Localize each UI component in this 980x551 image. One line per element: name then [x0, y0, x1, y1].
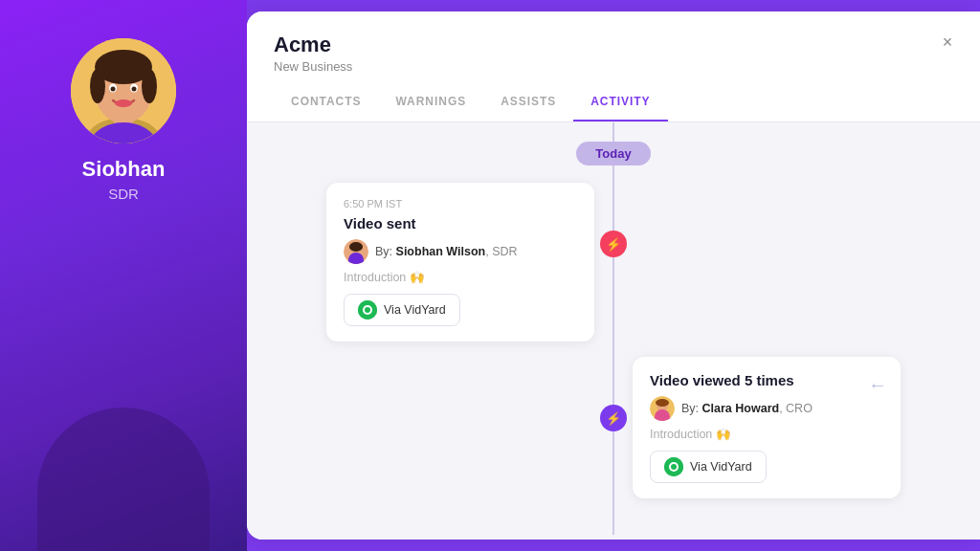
- svg-point-9: [111, 87, 116, 92]
- timeline: Today 6:50 PM IST Video sent: [247, 122, 980, 535]
- panel-header: × Acme New Business CONTACTS WARNINGS AS…: [247, 11, 980, 122]
- by-name-1: Siobhan Wilson: [396, 245, 486, 258]
- node-icon-1: ⚡: [606, 237, 621, 252]
- by-name-2: Clara Howard: [702, 402, 780, 415]
- event-row-1: 6:50 PM IST Video sent: [247, 183, 980, 342]
- svg-point-6: [142, 69, 157, 103]
- vidyard-btn-2[interactable]: Via VidYard: [650, 451, 767, 483]
- event-by-2: By: Clara Howard, CRO: [650, 396, 883, 421]
- tab-contacts[interactable]: CONTACTS: [274, 87, 378, 121]
- vidyard-label-2: Via VidYard: [690, 460, 752, 474]
- event-card-sent: 6:50 PM IST Video sent: [326, 183, 594, 342]
- today-badge: Today: [576, 142, 650, 165]
- vidyard-btn-1[interactable]: Via VidYard: [344, 294, 460, 326]
- svg-point-10: [132, 87, 137, 92]
- panel-subtitle: New Business: [274, 59, 953, 74]
- by-role-2: CRO: [786, 402, 813, 415]
- tab-assists[interactable]: ASSISTS: [483, 87, 573, 121]
- svg-point-11: [115, 99, 132, 107]
- by-avatar-clara: [650, 396, 675, 421]
- sidebar: Siobhan SDR: [0, 0, 247, 551]
- tab-warnings[interactable]: WARNINGS: [378, 87, 483, 121]
- svg-point-18: [365, 307, 370, 313]
- event-left-1: 6:50 PM IST Video sent: [247, 183, 633, 342]
- tabs-container: CONTACTS WARNINGS ASSISTS ACTIVITY: [274, 87, 953, 121]
- panel-title: Acme: [274, 33, 953, 57]
- event-by-1: By: Siobhan Wilson, SDR: [344, 239, 577, 264]
- vidyard-label-1: Via VidYard: [384, 303, 446, 317]
- by-text-1: By: Siobhan Wilson, SDR: [375, 245, 518, 258]
- node-icon-2: ⚡: [606, 411, 621, 426]
- today-row: Today: [247, 142, 980, 165]
- vidyard-icon-2: [664, 457, 683, 476]
- event-title-1: Video sent: [344, 215, 577, 231]
- sidebar-user-name: Siobhan: [82, 157, 166, 182]
- panel-content: Today 6:50 PM IST Video sent: [247, 122, 980, 540]
- main-panel: × Acme New Business CONTACTS WARNINGS AS…: [247, 11, 980, 540]
- svg-point-5: [90, 69, 105, 103]
- back-arrow-icon: ←: [868, 374, 887, 396]
- by-avatar-siobhan: [344, 239, 368, 264]
- avatar: [71, 38, 176, 143]
- vidyard-icon-1: [358, 300, 377, 320]
- tab-activity[interactable]: ACTIVITY: [573, 87, 667, 121]
- sidebar-user-role: SDR: [108, 186, 139, 202]
- event-label-1: Introduction 🙌: [344, 270, 577, 284]
- by-role-1: SDR: [492, 245, 517, 258]
- svg-point-23: [656, 399, 669, 407]
- event-time-1: 6:50 PM IST: [344, 198, 577, 209]
- event-title-2: Video viewed 5 times: [650, 372, 883, 388]
- event-label-2: Introduction 🙌: [650, 427, 883, 441]
- by-text-2: By: Clara Howard, CRO: [681, 402, 813, 415]
- timeline-node-1: ⚡: [600, 231, 627, 257]
- close-button[interactable]: ×: [934, 29, 961, 55]
- event-row-2: ⚡ Video viewed 5 times ←: [247, 357, 980, 498]
- event-right-2: Video viewed 5 times ←: [594, 357, 980, 498]
- svg-point-20: [367, 301, 368, 303]
- event-card-viewed: Video viewed 5 times ←: [633, 357, 901, 498]
- svg-point-27: [671, 464, 677, 470]
- svg-point-14: [349, 242, 363, 252]
- timeline-node-2: ⚡: [600, 405, 627, 431]
